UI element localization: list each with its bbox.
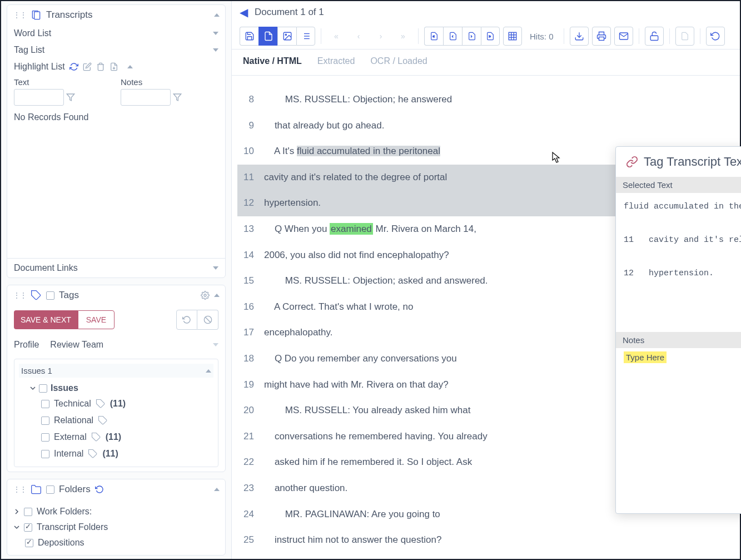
svg-rect-28 <box>650 36 658 40</box>
tags-checkbox[interactable] <box>46 291 54 300</box>
issue-item-external[interactable]: External (11) <box>41 429 213 445</box>
issues-header[interactable]: Issues 1 <box>19 364 213 378</box>
cancel-circle-button[interactable] <box>197 310 218 330</box>
print-button[interactable] <box>592 27 611 46</box>
checkbox[interactable] <box>41 417 49 425</box>
transcript-line[interactable]: 25 instruct him not to answer the questi… <box>237 527 729 553</box>
first-button[interactable]: « <box>327 27 346 46</box>
undo-button[interactable] <box>176 310 197 330</box>
email-button[interactable] <box>614 27 633 46</box>
collapse-icon[interactable] <box>127 65 133 68</box>
chevron-down-icon[interactable] <box>14 524 19 530</box>
list-view-button[interactable] <box>296 27 315 46</box>
filter-notes-input[interactable] <box>121 89 171 106</box>
checkbox[interactable] <box>41 400 49 408</box>
checkbox[interactable] <box>24 508 32 516</box>
grid-button[interactable] <box>503 27 522 46</box>
tag-icon <box>96 399 106 409</box>
issues-root-checkbox[interactable] <box>39 384 47 393</box>
folders-checkbox[interactable] <box>46 485 54 494</box>
tab-ocr[interactable]: OCR / Loaded <box>370 56 427 68</box>
issue-item-relational[interactable]: Relational <box>41 412 213 429</box>
doc-next-button[interactable]: › <box>462 27 481 46</box>
edit-icon[interactable] <box>83 62 92 71</box>
svg-marker-4 <box>173 94 181 101</box>
filter-icon[interactable] <box>66 93 75 102</box>
document-view-button[interactable] <box>258 27 277 46</box>
download-button[interactable] <box>570 27 589 46</box>
collapse-icon[interactable] <box>206 369 211 373</box>
no-records-text: No Records Found <box>7 108 225 127</box>
drag-handle-icon[interactable]: ⋮⋮ <box>13 291 26 300</box>
transcripts-panel-header: ⋮⋮ Transcripts <box>7 5 225 25</box>
word-list-label: Word List <box>14 28 51 38</box>
chevron-down-icon <box>213 32 218 35</box>
line-content: MS. RUSSELL: Objection; he answered <box>264 91 729 108</box>
folders-panel-header: ⋮⋮ Folders <box>7 479 225 499</box>
svg-marker-3 <box>67 94 74 101</box>
image-view-button[interactable] <box>277 27 296 46</box>
folder-icon <box>31 484 42 495</box>
depositions-row[interactable]: Depositions <box>25 535 218 551</box>
save-icon-button[interactable] <box>240 27 258 46</box>
chevron-right-icon[interactable] <box>14 509 19 514</box>
transcript-line[interactable]: 9 that already but go ahead. <box>237 113 729 139</box>
notes-input[interactable]: Type Here <box>616 348 741 476</box>
tab-extracted[interactable]: Extracted <box>317 56 355 68</box>
filter-icon[interactable] <box>173 93 182 102</box>
svg-text:«: « <box>432 34 435 38</box>
history-button[interactable] <box>706 27 725 46</box>
checkbox[interactable] <box>41 450 49 458</box>
doc-first-button[interactable]: « <box>424 27 443 46</box>
prev-button[interactable]: ‹ <box>349 27 368 46</box>
save-button[interactable]: SAVE <box>78 310 115 329</box>
lock-button[interactable] <box>645 27 664 46</box>
document-links-row[interactable]: Document Links <box>7 258 225 277</box>
refresh-icon[interactable] <box>69 62 78 71</box>
checkbox[interactable] <box>41 433 49 442</box>
transcript-folders-row[interactable]: Transcript Folders <box>14 519 218 535</box>
issues-root-node[interactable]: Issues <box>30 381 213 395</box>
collapse-icon[interactable] <box>214 488 220 491</box>
checkbox[interactable] <box>25 539 33 547</box>
transcript-line[interactable]: 8 MS. RUSSELL: Objection; he answered <box>237 87 729 113</box>
line-number: 12 <box>237 195 254 212</box>
work-folders-row[interactable]: Work Folders: <box>14 504 218 519</box>
last-button[interactable]: » <box>394 27 412 46</box>
undo-icon[interactable] <box>95 485 104 494</box>
chevron-down-icon[interactable] <box>213 343 218 346</box>
issue-item-technical[interactable]: Technical (11) <box>41 395 213 412</box>
tab-native[interactable]: Native / HTML <box>243 56 302 68</box>
save-next-button[interactable]: SAVE & NEXT <box>14 310 78 329</box>
line-number: 22 <box>237 454 254 471</box>
word-list-row[interactable]: Word List <box>7 25 225 42</box>
blank-doc-button[interactable] <box>675 27 694 46</box>
delete-icon[interactable] <box>96 62 105 71</box>
drag-handle-icon[interactable]: ⋮⋮ <box>13 485 26 494</box>
next-button[interactable]: › <box>371 27 390 46</box>
checkbox[interactable] <box>24 523 32 532</box>
line-number: 25 <box>237 532 254 549</box>
back-arrow-icon[interactable]: ◀ <box>240 6 248 19</box>
tag-list-row[interactable]: Tag List <box>7 42 225 58</box>
notes-placeholder: Type Here <box>624 351 667 363</box>
profile-value[interactable]: Review Team <box>50 340 202 350</box>
gear-icon[interactable] <box>201 291 210 300</box>
collapse-icon[interactable] <box>214 294 220 297</box>
collapse-icon[interactable] <box>214 13 220 17</box>
drag-handle-icon[interactable]: ⋮⋮ <box>13 11 26 19</box>
line-number: 20 <box>237 402 254 419</box>
doc-prev-button[interactable]: ‹ <box>443 27 462 46</box>
chevron-down-icon[interactable] <box>30 385 36 391</box>
doc-last-button[interactable]: » <box>481 27 500 46</box>
issue-item-internal[interactable]: Internal (11) <box>41 445 213 462</box>
export-icon[interactable] <box>110 62 118 71</box>
profile-label: Profile <box>14 340 39 350</box>
line-number: 10 <box>237 143 254 160</box>
chevron-down-icon <box>213 48 218 52</box>
folders-title: Folders <box>59 484 91 495</box>
work-folders-label: Work Folders: <box>37 507 92 517</box>
line-number: 14 <box>237 247 254 264</box>
transcript-folders-label: Transcript Folders <box>37 522 108 532</box>
filter-text-input[interactable] <box>14 89 64 106</box>
